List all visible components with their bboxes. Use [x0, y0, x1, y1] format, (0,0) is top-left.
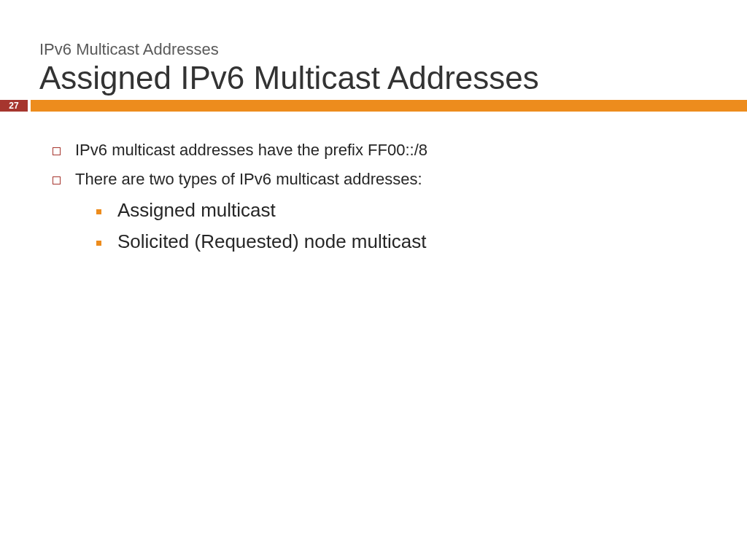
slide-subtitle: IPv6 Multicast Addresses: [39, 40, 747, 59]
slide-title: Assigned IPv6 Multicast Addresses: [39, 61, 747, 96]
square-bullet-icon: [53, 176, 61, 184]
dot-bullet-icon: [96, 209, 101, 214]
dot-bullet-icon: [96, 241, 101, 246]
slide-header: IPv6 Multicast Addresses Assigned IPv6 M…: [0, 0, 747, 96]
sub-bullet-item: Assigned multicast: [96, 199, 703, 222]
slide-content: IPv6 multicast addresses have the prefix…: [0, 112, 747, 253]
bullet-item: IPv6 multicast addresses have the prefix…: [53, 141, 703, 160]
accent-bar: [31, 100, 747, 112]
sub-bullet-text: Solicited (Requested) node multicast: [117, 230, 426, 253]
square-bullet-icon: [53, 147, 61, 155]
page-number-badge: 27: [0, 100, 28, 112]
bullet-item: There are two types of IPv6 multicast ad…: [53, 170, 703, 189]
sub-bullet-text: Assigned multicast: [117, 199, 276, 222]
divider-bar: 27: [0, 100, 747, 112]
bullet-text: IPv6 multicast addresses have the prefix…: [75, 141, 427, 160]
bullet-text: There are two types of IPv6 multicast ad…: [75, 170, 422, 189]
sub-bullet-item: Solicited (Requested) node multicast: [96, 230, 703, 253]
